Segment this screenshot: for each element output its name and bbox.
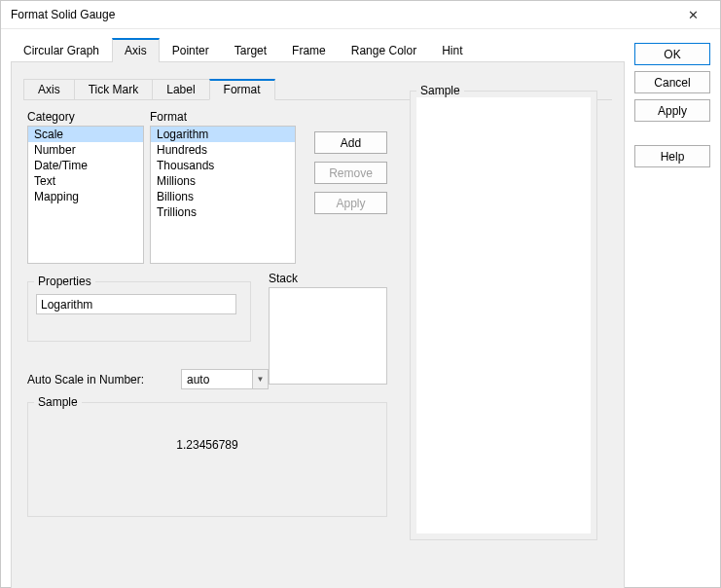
close-icon[interactable]: ✕ [673,1,712,28]
dialog-body: Circular Graph Axis Pointer Target Frame… [1,29,720,588]
tab-frame[interactable]: Frame [279,38,339,62]
outer-tab-panel: Axis Tick Mark Label Format Category Sca… [11,62,625,588]
properties-input[interactable] [36,294,236,314]
tab-hint[interactable]: Hint [429,38,475,62]
inner-panel: Category Scale Number Date/Time Text Map… [23,99,612,571]
list-item[interactable]: Trillions [151,204,295,220]
remove-button[interactable]: Remove [314,162,387,184]
format-listbox[interactable]: Logarithm Hundreds Thousands Millions Bi… [150,126,296,264]
category-listbox[interactable]: Scale Number Date/Time Text Mapping [27,126,144,264]
apply-side-button[interactable]: Apply [634,99,710,122]
list-item[interactable]: Text [28,173,143,189]
apply-button[interactable]: Apply [314,192,387,214]
sample-right-group: Sample [410,91,597,540]
auto-scale-label: Auto Scale in Number: [27,373,144,386]
sample-right-canvas [416,97,591,533]
inner-tab-tick-mark[interactable]: Tick Mark [74,79,154,100]
stack-label: Stack [269,272,298,285]
list-item[interactable]: Logarithm [151,127,295,142]
chevron-down-icon[interactable]: ▼ [252,370,268,388]
tab-range-color[interactable]: Range Color [339,38,429,62]
tab-axis[interactable]: Axis [112,38,160,62]
cancel-button[interactable]: Cancel [634,71,710,93]
stack-listbox[interactable] [269,287,387,385]
auto-scale-combo[interactable]: auto ▼ [181,369,269,389]
sample-inner-group: Sample 1.23456789 [27,402,387,517]
help-button[interactable]: Help [634,145,710,167]
window-title: Format Solid Gauge [11,8,673,21]
category-label: Category [27,110,75,124]
sample-right-legend: Sample [416,84,464,97]
auto-scale-value: auto [182,373,252,386]
list-item[interactable]: Millions [151,173,295,189]
properties-legend: Properties [34,275,95,288]
format-label: Format [150,110,187,124]
tab-pointer[interactable]: Pointer [160,38,222,62]
main-area: Circular Graph Axis Pointer Target Frame… [11,37,625,588]
dialog-window: Format Solid Gauge ✕ Circular Graph Axis… [0,0,721,588]
sample-inner-legend: Sample [34,395,82,409]
tab-target[interactable]: Target [222,38,279,62]
add-button[interactable]: Add [314,131,387,154]
list-item[interactable]: Number [28,142,143,158]
sample-inner-value: 1.23456789 [36,415,379,452]
tab-circular-graph[interactable]: Circular Graph [11,38,112,62]
inner-tab-axis[interactable]: Axis [23,79,75,100]
list-item[interactable]: Billions [151,189,295,204]
list-item[interactable]: Mapping [28,189,143,204]
titlebar: Format Solid Gauge ✕ [1,1,720,29]
inner-tab-label[interactable]: Label [152,79,209,100]
inner-tab-format[interactable]: Format [209,79,275,100]
outer-tabs: Circular Graph Axis Pointer Target Frame… [11,37,625,62]
list-item[interactable]: Scale [28,127,143,142]
list-item[interactable]: Date/Time [28,158,143,173]
list-item[interactable]: Hundreds [151,142,295,158]
properties-group: Properties [27,281,251,342]
ok-button[interactable]: OK [634,43,710,65]
button-sidebar: OK Cancel Apply Help [634,37,710,588]
list-item[interactable]: Thousands [151,158,295,173]
